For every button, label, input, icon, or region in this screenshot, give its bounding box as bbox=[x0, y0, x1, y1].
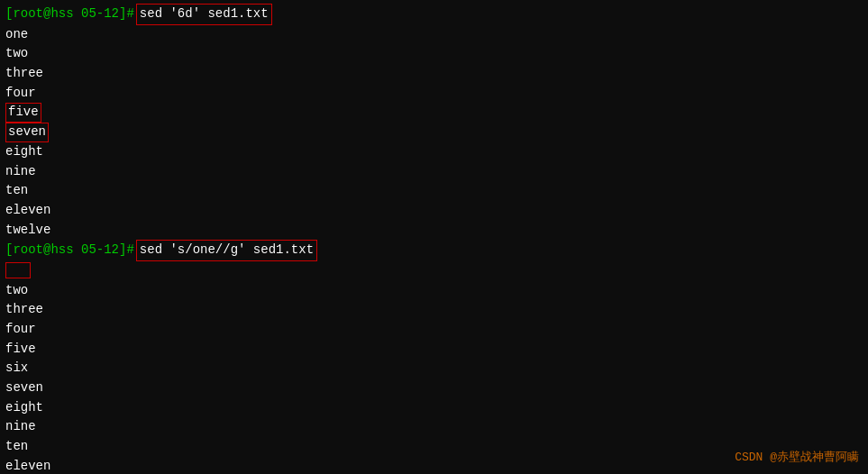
output-line-seven-2: seven bbox=[5, 378, 863, 398]
terminal: [root@hss 05-12]# sed '6d' sed1.txt one … bbox=[0, 0, 868, 474]
output-line-nine-1: nine bbox=[5, 162, 863, 182]
prompt-2: [root@hss 05-12]# bbox=[5, 241, 134, 260]
command-box-1: sed '6d' sed1.txt bbox=[136, 4, 272, 25]
output-line-four-1: four bbox=[5, 84, 863, 104]
empty-result-box bbox=[5, 262, 31, 278]
output-line-empty bbox=[5, 261, 863, 281]
output-line-five: five bbox=[5, 103, 863, 123]
output-line-ten-1: ten bbox=[5, 181, 863, 201]
watermark: CSDN @赤壁战神曹阿瞒 bbox=[735, 449, 859, 465]
output-line-six: six bbox=[5, 359, 863, 378]
output-line-two-2: two bbox=[5, 281, 863, 301]
output-line-twelve-1: twelve bbox=[5, 221, 863, 241]
prompt-1: [root@hss 05-12]# bbox=[5, 5, 134, 24]
output-line-eleven-1: eleven bbox=[5, 201, 863, 221]
seven-highlighted: seven bbox=[5, 123, 49, 142]
command-line-2: [root@hss 05-12]# sed 's/one//g' sed1.tx… bbox=[5, 240, 863, 261]
output-line-three-2: three bbox=[5, 300, 863, 320]
output-line-two-1: two bbox=[5, 44, 863, 64]
output-line-five-2: five bbox=[5, 340, 863, 360]
output-line-eight-1: eight bbox=[5, 142, 863, 162]
output-line-eight-2: eight bbox=[5, 398, 863, 418]
command-line-1: [root@hss 05-12]# sed '6d' sed1.txt bbox=[5, 4, 863, 25]
output-line-nine-2: nine bbox=[5, 417, 863, 437]
output-line-seven-1: seven bbox=[5, 123, 863, 142]
output-line-one: one bbox=[5, 25, 863, 45]
output-line-three-1: three bbox=[5, 64, 863, 84]
five-highlighted: five bbox=[5, 103, 41, 123]
output-line-four-2: four bbox=[5, 320, 863, 340]
command-box-2: sed 's/one//g' sed1.txt bbox=[136, 240, 317, 261]
